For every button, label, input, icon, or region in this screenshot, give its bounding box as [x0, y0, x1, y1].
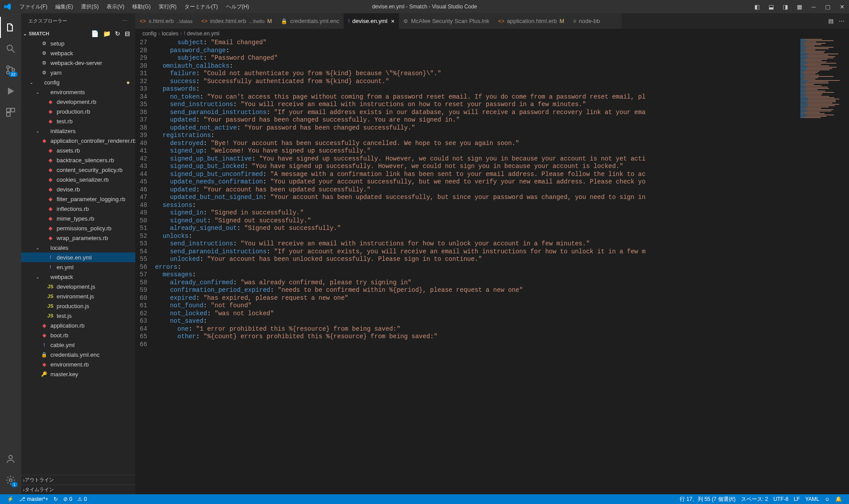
- code-line[interactable]: signed_up_but_inactive: "You have signed…: [155, 155, 849, 163]
- tree-file[interactable]: ◆environment.rb: [21, 359, 135, 369]
- refresh-icon[interactable]: ↻: [115, 30, 120, 37]
- tab-more-icon[interactable]: ⋯: [839, 18, 845, 24]
- window-close-icon[interactable]: ✕: [838, 3, 845, 10]
- breadcrumbs[interactable]: config›locales›! devise.en.yml: [135, 29, 849, 38]
- feedback-icon[interactable]: ☺: [822, 496, 833, 503]
- tree-file[interactable]: ◆test.rb: [21, 116, 135, 126]
- tree-file[interactable]: ◆application.rb: [21, 321, 135, 330]
- encoding[interactable]: UTF-8: [771, 496, 791, 503]
- code-line[interactable]: update_needs_confirmation: "You updated …: [155, 178, 849, 186]
- tree-file[interactable]: JSproduction.js: [21, 301, 135, 311]
- tree-file[interactable]: ◆backtrace_silencers.rb: [21, 155, 135, 165]
- collapse-all-icon[interactable]: ⊟: [125, 30, 130, 37]
- code-line[interactable]: already_signed_out: "Signed out successf…: [155, 224, 849, 232]
- sync-button[interactable]: ↻: [51, 496, 61, 502]
- code-line[interactable]: already_confirmed: "was already confirme…: [155, 279, 849, 286]
- tree-file[interactable]: !cable.yml: [21, 340, 135, 350]
- code-line[interactable]: updated: "Your account has been updated …: [155, 186, 849, 194]
- code-line[interactable]: signed_up_but_unconfirmed: "A message wi…: [155, 170, 849, 178]
- editor-tab[interactable]: <>index.html.erb...\helloM: [197, 13, 276, 29]
- code-line[interactable]: success: "Successfully authenticated fro…: [155, 77, 849, 85]
- language-mode[interactable]: YAML: [803, 496, 822, 503]
- code-line[interactable]: passwords:: [155, 85, 849, 93]
- tree-file[interactable]: ⚙webpack: [21, 48, 135, 58]
- editor-tab[interactable]: !devise.en.yml×: [344, 13, 399, 29]
- tree-file[interactable]: ◆application_controller_renderer.rb: [21, 136, 135, 145]
- code-line[interactable]: send_instructions: "You will receive an …: [155, 240, 849, 248]
- tree-folder[interactable]: ⌄initializers: [21, 126, 135, 136]
- remote-indicator[interactable]: ⚡: [4, 496, 16, 502]
- activity-search[interactable]: [0, 38, 21, 59]
- code-line[interactable]: sessions:: [155, 201, 849, 209]
- timeline-section[interactable]: › タイムライン: [21, 485, 135, 494]
- code-line[interactable]: password_change:: [155, 46, 849, 54]
- editor-tab[interactable]: <>x.html.erb..\datas: [135, 13, 197, 29]
- tree-file[interactable]: JStest.js: [21, 311, 135, 321]
- menu-item[interactable]: ヘルプ(H): [222, 1, 253, 12]
- editor-tab[interactable]: ≡node-bb: [569, 13, 622, 29]
- activity-manage[interactable]: 1: [0, 470, 21, 491]
- code-line[interactable]: unlocks:: [155, 232, 849, 240]
- tree-folder[interactable]: ⌄environments: [21, 87, 135, 97]
- eol[interactable]: LF: [791, 496, 803, 503]
- tree-file[interactable]: 🔑master.key: [21, 369, 135, 379]
- tree-file[interactable]: ⚙webpack-dev-server: [21, 58, 135, 68]
- tree-file[interactable]: ◆development.rb: [21, 97, 135, 107]
- problems-errors[interactable]: ⊘ 0: [61, 496, 75, 502]
- code-line[interactable]: subject: "Email changed": [155, 38, 849, 46]
- tree-file[interactable]: ⚙yarn: [21, 68, 135, 77]
- code-line[interactable]: omniauth_callbacks:: [155, 62, 849, 70]
- tree-folder[interactable]: ⌄config●: [21, 77, 135, 87]
- code-line[interactable]: unlocked: "Your account has been unlocke…: [155, 255, 849, 263]
- code-line[interactable]: updated_not_active: "Your password has b…: [155, 124, 849, 132]
- window-minimize-icon[interactable]: ─: [810, 3, 817, 10]
- menu-item[interactable]: 選択(S): [77, 1, 102, 12]
- tree-file[interactable]: JSenvironment.js: [21, 291, 135, 301]
- code-line[interactable]: other: "%{count} errors prohibited this …: [155, 332, 849, 340]
- editor-tab[interactable]: <>application.html.erbM: [493, 13, 569, 29]
- code-line[interactable]: signed_up: "Welcome! You have signed up …: [155, 147, 849, 155]
- window-maximize-icon[interactable]: ▢: [824, 3, 831, 10]
- activity-run-debug[interactable]: [0, 80, 21, 102]
- code-line[interactable]: not_saved:: [155, 317, 849, 325]
- menu-item[interactable]: 移動(G): [129, 1, 154, 12]
- indentation[interactable]: スペース: 2: [738, 496, 771, 503]
- activity-explorer[interactable]: [0, 17, 21, 38]
- code-line[interactable]: one: "1 error prohibited this %{resource…: [155, 325, 849, 333]
- code-line[interactable]: not_found: "not found": [155, 302, 849, 309]
- activity-accounts[interactable]: [0, 448, 21, 470]
- git-branch[interactable]: ⎇master*+: [16, 496, 51, 502]
- code-line[interactable]: signed_in: "Signed in successfully.": [155, 209, 849, 217]
- code-line[interactable]: no_token: "You can't access this page wi…: [155, 93, 849, 101]
- tree-file[interactable]: 🔒credentials.yml.enc: [21, 350, 135, 359]
- code-line[interactable]: destroyed: "Bye! Your account has been s…: [155, 139, 849, 147]
- sidebar-more-icon[interactable]: ⋯: [122, 18, 128, 24]
- tree-file[interactable]: ◆mime_types.rb: [21, 214, 135, 223]
- tree-file[interactable]: ◆devise.rb: [21, 184, 135, 194]
- code-line[interactable]: errors:: [155, 263, 849, 271]
- layout-customize-icon[interactable]: ▦: [796, 3, 803, 10]
- layout-panel-right-icon[interactable]: ◨: [782, 3, 789, 10]
- layout-panel-bottom-icon[interactable]: ⬓: [768, 3, 775, 10]
- tree-file[interactable]: ◆assets.rb: [21, 145, 135, 155]
- new-file-icon[interactable]: 📄: [91, 30, 99, 37]
- code-line[interactable]: messages:: [155, 271, 849, 279]
- tree-file[interactable]: !en.yml: [21, 262, 135, 272]
- activity-source-control[interactable]: 22: [0, 59, 21, 80]
- editor-tab[interactable]: 🔒credentials.yml.enc: [276, 13, 344, 29]
- menu-item[interactable]: 表示(V): [103, 1, 128, 12]
- tree-file[interactable]: !devise.en.yml: [21, 252, 135, 262]
- tree-file[interactable]: ◆permissions_policy.rb: [21, 223, 135, 233]
- code-editor[interactable]: 2728293031323334353637383940414243444546…: [135, 38, 849, 494]
- minimap[interactable]: [799, 38, 843, 127]
- code-line[interactable]: send_paranoid_instructions: "If your ema…: [155, 108, 849, 116]
- folder-root[interactable]: ⌄ SMATCH 📄 📁 ↻ ⊟: [21, 29, 135, 38]
- tree-file[interactable]: JSdevelopment.js: [21, 282, 135, 291]
- tab-close-icon[interactable]: ×: [391, 18, 394, 25]
- cursor-position[interactable]: 行 17、列 55 (7 個選択): [677, 496, 738, 503]
- tree-file[interactable]: ◆inflections.rb: [21, 204, 135, 214]
- tree-folder[interactable]: ⌄webpack: [21, 272, 135, 282]
- code-line[interactable]: registrations:: [155, 131, 849, 139]
- code-line[interactable]: subject: "Password Changed": [155, 54, 849, 62]
- menu-item[interactable]: ファイル(F): [16, 1, 51, 12]
